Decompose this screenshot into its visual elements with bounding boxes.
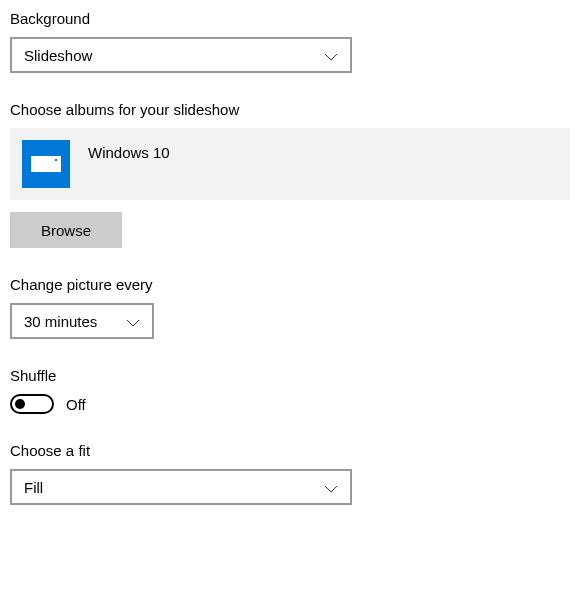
- album-item[interactable]: Windows 10: [10, 128, 570, 200]
- albums-section: Choose albums for your slideshow Windows…: [10, 101, 573, 248]
- background-label: Background: [10, 10, 573, 27]
- albums-label: Choose albums for your slideshow: [10, 101, 573, 118]
- fit-dropdown[interactable]: Fill: [10, 469, 352, 505]
- album-name: Windows 10: [88, 144, 170, 161]
- interval-value: 30 minutes: [24, 313, 97, 330]
- browse-button[interactable]: Browse: [10, 212, 122, 248]
- interval-label: Change picture every: [10, 276, 573, 293]
- shuffle-toggle-row: Off: [10, 394, 573, 414]
- chevron-down-icon: [324, 47, 338, 64]
- background-dropdown[interactable]: Slideshow: [10, 37, 352, 73]
- background-section: Background Slideshow: [10, 10, 573, 73]
- fit-section: Choose a fit Fill: [10, 442, 573, 505]
- chevron-down-icon: [126, 313, 140, 330]
- interval-dropdown[interactable]: 30 minutes: [10, 303, 154, 339]
- toggle-knob: [15, 399, 25, 409]
- shuffle-toggle[interactable]: [10, 394, 54, 414]
- background-value: Slideshow: [24, 47, 92, 64]
- drive-icon: [22, 140, 70, 188]
- fit-label: Choose a fit: [10, 442, 573, 459]
- shuffle-section: Shuffle Off: [10, 367, 573, 414]
- shuffle-label: Shuffle: [10, 367, 573, 384]
- fit-value: Fill: [24, 479, 43, 496]
- svg-rect-1: [55, 159, 57, 161]
- svg-rect-0: [31, 156, 61, 172]
- shuffle-state: Off: [66, 396, 86, 413]
- interval-section: Change picture every 30 minutes: [10, 276, 573, 339]
- chevron-down-icon: [324, 479, 338, 496]
